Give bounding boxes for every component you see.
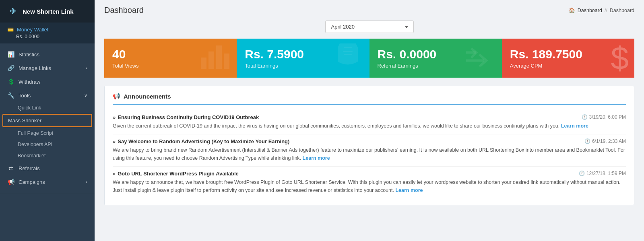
announcement-1: Ensuring Business Continuity During COVI… [113, 110, 626, 134]
referral-earnings-icon [464, 44, 496, 72]
svg-rect-0 [201, 58, 206, 69]
breadcrumb: 🏠 Dashboard // Dashboard [569, 7, 634, 13]
sidebar-item-campaigns[interactable]: 📢 Campaigns ‹ [0, 175, 95, 189]
clock-icon-1: 🕐 [582, 114, 588, 120]
sidebar-item-full-page-script[interactable]: Full Page Script [0, 128, 95, 139]
announcements-header: 📢 Announcements [113, 93, 626, 105]
megaphone-icon: 📢 [113, 93, 120, 100]
sidebar-item-bookmarklet[interactable]: Bookmarklet [0, 150, 95, 161]
announcement-1-date: 🕐 3/19/20, 6:00 PM [582, 114, 626, 120]
sidebar-item-manage-links[interactable]: 🔗 Manage Links ‹ [0, 61, 95, 75]
main-content: Dashboard 🏠 Dashboard // Dashboard Janua… [95, 0, 644, 241]
announcement-3-body: We are happy to announce that, we have b… [113, 179, 626, 194]
announcement-3: Goto URL Shortener WordPress Plugin Avai… [113, 167, 626, 198]
stat-card-total-views: 40 Total Views [104, 39, 237, 78]
sidebar-item-quick-link[interactable]: Quick Link [0, 102, 95, 113]
average-cpm-icon: $ [611, 40, 629, 77]
breadcrumb-separator: // [605, 8, 607, 13]
total-views-label: Total Views [112, 63, 139, 69]
announcement-3-title: Goto URL Shortener WordPress Plugin Avai… [113, 171, 239, 177]
total-earnings-label: Total Earnings [245, 63, 304, 69]
svg-rect-3 [224, 54, 229, 69]
sidebar-header: ✈ New Shorten Link [0, 0, 95, 23]
sidebar-item-withdraw[interactable]: 💲 Withdraw [0, 75, 95, 89]
chevron-right-icon: ‹ [86, 66, 87, 70]
total-earnings-icon [332, 39, 364, 77]
date-select[interactable]: January 2020 February 2020 March 2020 Ap… [325, 21, 414, 33]
announcement-1-body: Given the current outbreak of COVID-19 a… [113, 122, 626, 130]
announcement-1-title: Ensuring Business Continuity During COVI… [113, 114, 259, 120]
total-views-icon [199, 41, 231, 75]
referral-earnings-label: Referral Earnings [378, 63, 437, 69]
statistics-icon: 📊 [7, 51, 14, 58]
announcement-1-learn-more[interactable]: Learn more [561, 123, 588, 129]
sidebar-item-mass-shrinker[interactable]: Mass Shrinker [2, 114, 92, 127]
chevron-right-icon-2: ‹ [86, 179, 87, 184]
date-filter-row: January 2020 February 2020 March 2020 Ap… [95, 18, 644, 39]
stat-card-referral-earnings: Rs. 0.0000 Referral Earnings [369, 39, 502, 78]
breadcrumb-home-icon: 🏠 [569, 7, 575, 13]
nav-section: 📊 Statistics 🔗 Manage Links ‹ 💲 Withdraw… [0, 43, 95, 193]
wallet-label[interactable]: 💳 Money Wallet [7, 27, 87, 33]
referral-earnings-number: Rs. 0.0000 [378, 47, 437, 61]
referrals-icon: ⇄ [7, 165, 14, 171]
sidebar: ✈ New Shorten Link 💳 Money Wallet Rs. 0.… [0, 0, 95, 241]
announcement-2-learn-more[interactable]: Learn more [303, 155, 330, 161]
announcement-3-date: 🕐 12/27/18, 1:59 PM [579, 171, 626, 176]
average-cpm-label: Average CPM [510, 63, 582, 69]
announcements-panel: 📢 Announcements Ensuring Business Contin… [104, 86, 634, 205]
average-cpm-number: Rs. 189.7500 [510, 47, 582, 61]
svg-rect-6 [344, 54, 352, 55]
announcement-2-title: Say Welcome to Random Advertising (Key t… [113, 138, 289, 144]
sidebar-item-statistics[interactable]: 📊 Statistics [0, 47, 95, 61]
brand-name: New Shorten Link [23, 8, 74, 15]
announcement-2: Say Welcome to Random Advertising (Key t… [113, 134, 626, 167]
sidebar-item-referrals[interactable]: ⇄ Referrals [0, 161, 95, 175]
topbar: Dashboard 🏠 Dashboard // Dashboard [95, 0, 644, 18]
chevron-down-icon: ∨ [84, 93, 87, 98]
stats-cards: 40 Total Views Rs. 7.5900 Total Earnings [104, 39, 634, 78]
sidebar-item-tools[interactable]: 🔧 Tools ∨ [0, 89, 95, 102]
breadcrumb-current: Dashboard [610, 8, 634, 13]
announcement-3-learn-more[interactable]: Learn more [395, 187, 423, 193]
announcement-2-body: We are happy to bring brand new Random A… [113, 146, 626, 162]
total-views-number: 40 [112, 47, 139, 61]
wallet-icon: 💳 [7, 27, 14, 33]
withdraw-icon: 💲 [7, 78, 14, 85]
svg-rect-4 [344, 47, 352, 48]
brand-icon: ✈ [7, 6, 19, 17]
stat-card-total-earnings: Rs. 7.5900 Total Earnings [237, 39, 369, 78]
stat-card-average-cpm: Rs. 189.7500 Average CPM $ [502, 39, 634, 78]
total-earnings-number: Rs. 7.5900 [245, 47, 304, 61]
svg-rect-1 [208, 51, 214, 69]
announcement-2-date: 🕐 6/1/19, 2:33 AM [584, 138, 626, 144]
tools-icon: 🔧 [7, 92, 14, 99]
wallet-section: 💳 Money Wallet Rs. 0.0000 [0, 23, 95, 43]
clock-icon-2: 🕐 [584, 138, 590, 144]
campaigns-icon: 📢 [7, 179, 14, 185]
manage-links-icon: 🔗 [7, 65, 14, 71]
svg-rect-2 [216, 45, 222, 69]
page-title: Dashboard [104, 6, 144, 15]
svg-rect-5 [343, 51, 353, 52]
wallet-amount: Rs. 0.0000 [7, 34, 87, 39]
breadcrumb-link[interactable]: Dashboard [578, 8, 602, 13]
clock-icon-3: 🕐 [579, 171, 585, 176]
sidebar-item-developers-api[interactable]: Developers API [0, 139, 95, 150]
